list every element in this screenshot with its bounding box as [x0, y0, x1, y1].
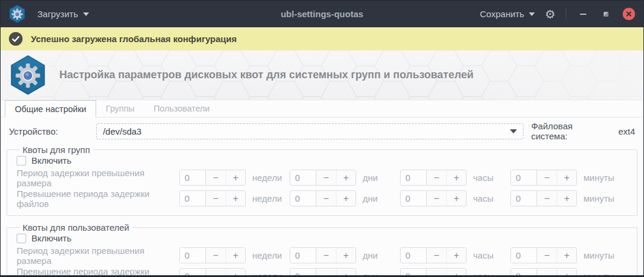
- group-quotas-section: Квоты для групп Включить Период задержки…: [7, 145, 637, 216]
- app-logo-icon: [9, 5, 26, 23]
- spin-increment-button[interactable]: +: [336, 269, 356, 277]
- close-icon: [626, 11, 632, 17]
- spin-decrement-button[interactable]: −: [537, 170, 557, 185]
- page-title: Настройка параметров дисковых квот для с…: [59, 69, 474, 81]
- spin-group: 0−+минуты: [510, 170, 621, 186]
- unit-label: часы: [473, 250, 493, 260]
- spin-group: 0−+дни: [290, 170, 400, 186]
- app-window: { "titlebar": { "load_label": "Загрузить…: [0, 0, 644, 277]
- spin-increment-button[interactable]: +: [446, 248, 466, 263]
- spin-value-input[interactable]: 0: [511, 269, 537, 277]
- spin-group: 0−+недели: [179, 190, 290, 206]
- spin-increment-button[interactable]: +: [446, 170, 466, 185]
- spin-value-input[interactable]: 0: [180, 269, 206, 277]
- success-infobar: Успешно загружена глобальная конфигураци…: [1, 27, 643, 50]
- save-menu-button[interactable]: Сохранить: [480, 9, 535, 19]
- spinbutton: 0−+: [179, 268, 246, 277]
- enable-user-quotas-checkbox[interactable]: [17, 234, 26, 243]
- device-combobox-value: /dev/sda3: [103, 126, 510, 136]
- spin-decrement-button[interactable]: −: [537, 269, 557, 277]
- spinbutton: 0−+: [510, 268, 577, 277]
- enable-row: Включить: [17, 155, 631, 165]
- spin-decrement-button[interactable]: −: [206, 248, 226, 263]
- spin-decrement-button[interactable]: −: [316, 248, 336, 263]
- spin-group: 0−+дни: [290, 268, 400, 277]
- spin-value-input[interactable]: 0: [180, 170, 206, 185]
- spin-decrement-button[interactable]: −: [316, 191, 336, 206]
- unit-label: недели: [252, 250, 282, 260]
- spin-increment-button[interactable]: +: [226, 248, 245, 263]
- settings-gear-icon[interactable]: ⚙: [545, 8, 556, 20]
- tab-general-settings[interactable]: Общие настройки: [5, 100, 96, 117]
- titlebar-separator: [566, 8, 566, 20]
- spin-value-input[interactable]: 0: [290, 191, 316, 206]
- spin-increment-button[interactable]: +: [557, 170, 576, 185]
- spin-increment-button[interactable]: +: [226, 191, 245, 206]
- success-check-icon: [9, 32, 23, 46]
- spin-decrement-button[interactable]: −: [427, 248, 446, 263]
- spin-decrement-button[interactable]: −: [316, 269, 336, 277]
- group-quotas-title: Квоты для групп: [20, 145, 93, 155]
- infobar-message: Успешно загружена глобальная конфигураци…: [31, 34, 237, 44]
- spin-value-input[interactable]: 0: [290, 269, 316, 277]
- spin-increment-button[interactable]: +: [226, 269, 245, 277]
- spin-value-input[interactable]: 0: [511, 248, 537, 263]
- spin-value-input[interactable]: 0: [401, 191, 427, 206]
- spin-value-input[interactable]: 0: [290, 170, 316, 185]
- spin-increment-button[interactable]: +: [226, 170, 245, 185]
- spin-group: 0−+минуты: [510, 247, 621, 263]
- load-menu-button[interactable]: Загрузить: [37, 9, 89, 19]
- spin-increment-button[interactable]: +: [557, 191, 576, 206]
- spin-value-input[interactable]: 0: [401, 170, 427, 185]
- enable-group-quotas-checkbox[interactable]: [17, 156, 26, 165]
- device-combobox[interactable]: /dev/sda3: [96, 123, 524, 139]
- spin-group: 0−+часы: [400, 190, 510, 206]
- minimize-button[interactable]: [576, 8, 589, 21]
- enable-checkbox-label: Включить: [31, 233, 71, 243]
- spin-value-input[interactable]: 0: [401, 269, 427, 277]
- combobox-caret-icon: [510, 129, 517, 133]
- spin-increment-button[interactable]: +: [336, 248, 356, 263]
- spin-value-input[interactable]: 0: [511, 170, 537, 185]
- spin-decrement-button[interactable]: −: [537, 248, 557, 263]
- spin-value-input[interactable]: 0: [290, 248, 316, 263]
- spin-decrement-button[interactable]: −: [206, 191, 226, 206]
- spinbutton: 0−+: [179, 190, 246, 206]
- tab-groups[interactable]: Группы: [96, 100, 144, 117]
- device-label: Устройство:: [9, 126, 96, 136]
- spin-decrement-button[interactable]: −: [316, 170, 336, 185]
- spin-value-input[interactable]: 0: [180, 248, 206, 263]
- spin-increment-button[interactable]: +: [336, 191, 356, 206]
- unit-label: минуты: [583, 250, 614, 260]
- unit-label: дни: [363, 250, 377, 260]
- tab-label: Пользователи: [154, 104, 210, 113]
- titlebar-right-cluster: Сохранить ⚙: [480, 8, 635, 21]
- spin-increment-button[interactable]: +: [557, 248, 576, 263]
- restore-button[interactable]: [599, 8, 613, 21]
- spin-decrement-button[interactable]: −: [427, 170, 446, 185]
- titlebar: Загрузить ubl-settings-quotas Сохранить …: [1, 1, 643, 27]
- spin-group: 0−+дни: [290, 247, 400, 263]
- spin-group: 0−+часы: [400, 247, 510, 263]
- spin-value-input[interactable]: 0: [401, 248, 427, 263]
- spin-decrement-button[interactable]: −: [206, 170, 226, 185]
- spin-decrement-button[interactable]: −: [206, 269, 226, 277]
- spin-decrement-button[interactable]: −: [427, 191, 446, 206]
- spin-increment-button[interactable]: +: [557, 269, 576, 277]
- spin-increment-button[interactable]: +: [446, 191, 466, 206]
- save-menu-label: Сохранить: [480, 9, 525, 19]
- spinbutton: 0−+: [400, 170, 467, 186]
- spin-increment-button[interactable]: +: [336, 170, 356, 185]
- user-quotas-title: Квоты для пользователей: [20, 222, 132, 233]
- spin-value-input[interactable]: 0: [180, 191, 206, 206]
- close-button[interactable]: [623, 8, 635, 20]
- spin-decrement-button[interactable]: −: [427, 269, 446, 277]
- spinbutton: 0−+: [179, 247, 246, 263]
- tab-users[interactable]: Пользователи: [144, 100, 220, 117]
- spin-decrement-button[interactable]: −: [537, 191, 557, 206]
- spin-value-input[interactable]: 0: [511, 191, 537, 206]
- spin-increment-button[interactable]: +: [446, 269, 466, 277]
- dropdown-caret-icon: [83, 12, 89, 16]
- quota-row-label: Превышение периода задержки файлов: [17, 189, 179, 209]
- tab-label: Группы: [106, 104, 134, 113]
